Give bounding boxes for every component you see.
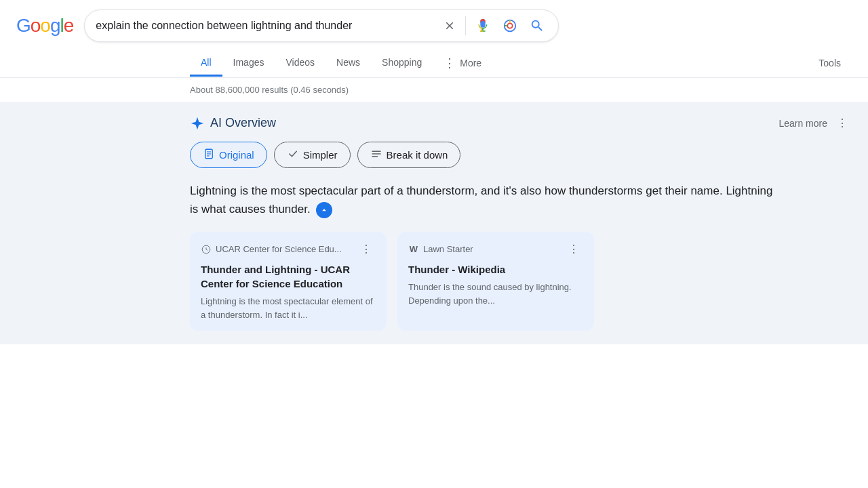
search-query-text: explain the connection between lightning…: [96, 20, 435, 32]
source-card-title-2: Thunder - Wikipedia: [408, 262, 583, 277]
header: Google explain the connection between li…: [0, 0, 868, 49]
wikipedia-site-icon: W: [408, 244, 419, 255]
tab-images[interactable]: Images: [222, 50, 275, 77]
logo-o1: o: [31, 15, 41, 36]
lens-button[interactable]: [500, 16, 520, 36]
document-icon: [203, 148, 215, 162]
more-menu[interactable]: ⋮ More: [433, 49, 492, 77]
clear-icon: [443, 20, 456, 32]
google-logo: Google: [16, 15, 73, 37]
tab-videos[interactable]: Videos: [275, 50, 326, 77]
source-card-ucar[interactable]: UCAR Center for Science Edu... ⋮ Thunder…: [190, 232, 387, 331]
view-original-button[interactable]: Original: [190, 142, 267, 168]
microphone-icon: [475, 18, 490, 33]
tab-shopping[interactable]: Shopping: [371, 50, 433, 77]
logo-e: e: [64, 15, 74, 36]
voice-search-button[interactable]: [473, 16, 493, 36]
ai-overview-more-button[interactable]: ⋮: [833, 115, 852, 131]
view-simpler-button[interactable]: Simpler: [274, 142, 351, 168]
list-icon: [370, 148, 382, 162]
nav-tabs: All Images Videos News Shopping ⋮ More T…: [0, 49, 868, 78]
google-lens-icon: [502, 18, 517, 33]
source-cards: UCAR Center for Science Edu... ⋮ Thunder…: [190, 232, 852, 331]
source-site-2: W Lawn Starter: [408, 244, 473, 255]
svg-point-1: [508, 23, 513, 28]
source-card-more-button-2[interactable]: ⋮: [564, 241, 583, 257]
logo-o2: o: [40, 15, 50, 36]
more-dots-icon: ⋮: [443, 56, 456, 70]
logo-g2: g: [50, 15, 60, 36]
results-count: About 88,600,000 results (0.46 seconds): [0, 78, 868, 102]
divider: [465, 16, 466, 35]
ai-overview-container: AI Overview Learn more ⋮ Original: [0, 102, 868, 344]
source-card-more-button-1[interactable]: ⋮: [357, 241, 376, 257]
ai-summary-text: Lightning is the most spectacular part o…: [190, 182, 773, 218]
tab-all[interactable]: All: [190, 50, 222, 77]
source-card-desc-1: Lightning is the most spectacular elemen…: [201, 295, 376, 321]
search-icon: [530, 18, 545, 33]
ai-overview-actions: Learn more ⋮: [778, 115, 852, 131]
search-bar: explain the connection between lightning…: [84, 9, 559, 42]
learn-more-link[interactable]: Learn more: [778, 118, 827, 129]
tools-button[interactable]: Tools: [808, 51, 852, 75]
ai-overview-header: AI Overview Learn more ⋮: [190, 115, 852, 131]
ai-overview-title: AI Overview: [190, 116, 276, 131]
search-submit-button[interactable]: [527, 16, 547, 36]
tab-news[interactable]: News: [326, 50, 371, 77]
source-card-header-2: W Lawn Starter ⋮: [408, 241, 583, 257]
ucar-site-icon: [201, 244, 212, 255]
source-site-1: UCAR Center for Science Edu...: [201, 244, 342, 255]
logo-g: G: [16, 15, 31, 36]
ai-diamond-icon: [190, 116, 205, 131]
check-icon: [287, 148, 299, 162]
view-buttons: Original Simpler Break it down: [190, 142, 852, 168]
source-card-wikipedia[interactable]: W Lawn Starter ⋮ Thunder - Wikipedia Thu…: [397, 232, 594, 331]
source-card-title-1: Thunder and Lightning - UCAR Center for …: [201, 262, 376, 291]
view-breakdown-button[interactable]: Break it down: [357, 142, 461, 168]
source-card-header-1: UCAR Center for Science Edu... ⋮: [201, 241, 376, 257]
search-icons: [441, 16, 547, 36]
collapse-icon[interactable]: [316, 202, 332, 218]
source-card-desc-2: Thunder is the sound caused by lightning…: [408, 281, 583, 307]
clear-button[interactable]: [441, 17, 458, 35]
